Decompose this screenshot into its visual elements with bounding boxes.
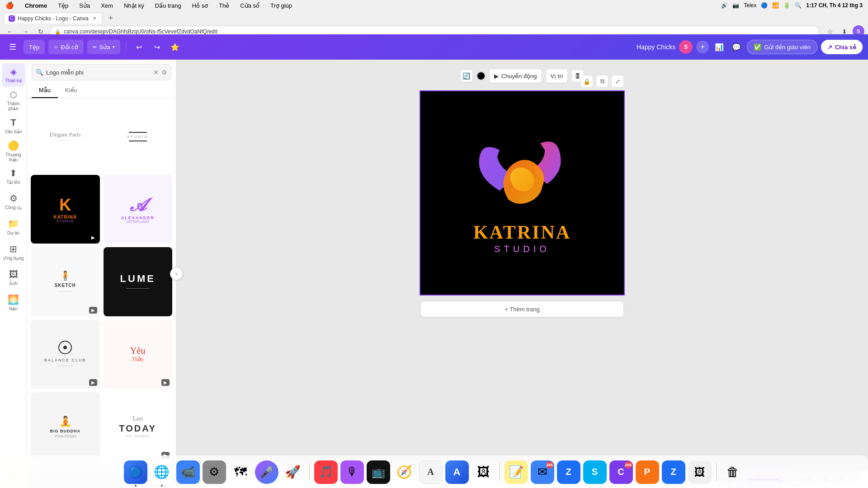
undo-button[interactable]: ↩ [132,40,146,54]
user-avatar[interactable]: S [679,40,693,54]
template-item-sketch[interactable]: 🧍 SKETCH ────── ▶ [31,247,100,316]
file-label: Tệp [29,44,39,51]
sidebar-item-nen[interactable]: 🌅 Nền [2,291,25,314]
menubar-right-icons: 🔊 📷 Telex 🔵 📶 🔋 🔍 1:17 CH, Th 4 12 thg 3 [721,2,863,9]
dock-finder[interactable]: 🔵 [124,460,147,484]
dock-preview[interactable]: 🖼 [688,460,712,484]
file-menu[interactable]: Tệp [56,2,70,9]
edit-button[interactable]: ✏ Sửa ▾ [87,40,121,54]
tab-menu[interactable]: Thẻ [217,2,231,9]
template-item-balance[interactable]: BALANCE CLUB ────── ▶ [31,320,100,389]
template-preview: 𝒜 ALEXANDER LETTER LOGO [121,195,155,223]
copy-canvas-button[interactable]: ⧉ [596,75,609,88]
search-filter-button[interactable]: ⚙ [161,69,167,76]
dock-maps[interactable]: 🗺 [229,460,252,484]
search-clear-button[interactable]: ✕ [153,69,159,76]
star-button[interactable]: ⭐ [168,40,182,54]
share-icon: ↗ [827,44,832,51]
dock-canva[interactable]: C 206 [609,460,633,484]
circle-logo [58,341,72,354]
send-teacher-button[interactable]: ✅ Gửi đến giáo viên [747,40,817,54]
search-box[interactable]: 🔍 ✕ ⚙ [32,64,171,80]
view-menu[interactable]: Xem [99,2,115,9]
help-menu[interactable]: Trợ giúp [269,2,294,9]
template-item-alexander[interactable]: 𝒜 ALEXANDER LETTER LOGO [104,175,173,244]
dock-music[interactable]: 🎵 [314,460,338,484]
dock-notes[interactable]: 📝 [505,460,528,484]
dock-appletv[interactable]: 📺 [367,460,390,484]
dock-trash[interactable]: 🗑 [721,460,745,484]
dock-pocketchip[interactable]: P [636,460,659,484]
refresh-button[interactable]: 🔄 [460,70,473,82]
dock-skype[interactable]: S [583,460,607,484]
color-picker[interactable] [476,71,486,80]
dock-settings[interactable]: ⚙ [203,460,226,484]
analytics-button[interactable]: 📊 [712,40,726,54]
canvas-frame[interactable]: KATRINA STUDIO [420,91,624,295]
resize-button[interactable]: ⊹ Đổi cỡ [48,40,83,54]
tab-kieu[interactable]: Kiểu [58,83,85,98]
browser-chrome: C Happy Chicks - Logo - Canva ✕ + ← → ↻ … [0,11,868,34]
position-button[interactable]: Vị trí [546,69,568,83]
template-item-lume[interactable]: LUME ───────── [104,247,173,316]
bookmarks-menu[interactable]: Dấu trang [153,2,183,9]
template-item[interactable]: STUDIO [104,102,173,171]
sidebar-item-van-ban[interactable]: T Văn bản [2,114,25,137]
expand-canvas-button[interactable]: ⤢ [611,75,624,88]
dock-photos[interactable]: 🖼 [472,460,495,484]
dock-podcasts[interactable]: 🎙 [340,460,364,484]
katrina-title: KATRINA [473,221,571,243]
sidebar-item-du-an[interactable]: 📁 Dự án [2,215,25,239]
add-collaborator-button[interactable]: + [696,41,709,53]
dock-chrome[interactable]: 🌐 [150,460,174,484]
edit-menu[interactable]: Sửa [77,2,92,9]
chat-button[interactable]: 💬 [730,40,743,54]
file-button[interactable]: Tệp [24,40,45,54]
dock-zalo1[interactable]: Z [557,460,580,484]
tab-mau[interactable]: Mẫu [32,83,58,98]
template-item-love[interactable]: Yêu Thầy ▶ [104,320,173,389]
search-input[interactable] [46,69,151,76]
chrome-menu[interactable]: Chrome [23,2,49,9]
motion-button[interactable]: ▶ Chuyển động [489,69,542,83]
dock-fontbook[interactable]: A [419,460,443,484]
apple-menu[interactable]: 🍎 [5,1,14,9]
collapse-panel-button[interactable]: ‹ [170,267,183,280]
sidebar-item-tai-len[interactable]: ⬆ Tải lên [2,164,25,188]
dock-siri[interactable]: 🎤 [255,460,278,484]
template-item-katrina[interactable]: K KATRINA STUDIO ▶ [31,175,100,244]
search-menu-icon[interactable]: 🔍 [795,2,802,9]
template-item-today[interactable]: Leo TODAY CO. STUDIO ▶ [104,392,173,461]
sidebar-item-thanh-phan[interactable]: ⬡ Thành phần [2,89,25,112]
hamburger-menu[interactable]: ☰ [5,40,20,54]
dock-facetime[interactable]: 📹 [176,460,200,484]
appletv-icon: 📺 [372,466,385,479]
profiles-menu[interactable]: Hồ sơ [190,2,210,9]
add-page-button[interactable]: + Thêm trang [420,301,624,317]
sidebar-item-ung-dung[interactable]: ⊞ Ứng dụng [2,240,25,264]
maps-icon: 🗺 [234,465,247,479]
history-menu[interactable]: Nhật ký [122,2,146,9]
active-tab[interactable]: C Happy Chicks - Logo - Canva ✕ [4,13,103,23]
sidebar-item-thiet-ke[interactable]: ◈ Thiết kế [2,63,25,87]
lock-canvas-button[interactable]: 🔒 [580,75,593,88]
dock-safari[interactable]: 🧭 [393,460,416,484]
window-menu[interactable]: Cửa sổ [238,2,261,9]
mail-badge: 385 [546,461,553,469]
tab-close-button[interactable]: ✕ [91,15,98,22]
new-tab-button[interactable]: + [105,13,116,23]
dock-appstore[interactable]: A [445,460,469,484]
share-button[interactable]: ↗ Chia sẻ [821,40,863,54]
template-item[interactable]: Elegant Paris ───── [31,102,100,171]
motion-label: Chuyển động [501,73,537,80]
sidebar-item-cong-cu[interactable]: ⚙ Công cụ [2,190,25,213]
battery-icon: 🔋 [783,2,790,9]
play-icon: ▶ [494,73,499,80]
dock-launchpad[interactable]: 🚀 [281,460,305,484]
template-item-buddha[interactable]: 🧘 BIG BUDDHA YOGA STUDIO [31,392,100,461]
dock-zalo2[interactable]: Z [662,460,685,484]
sidebar-item-thuong-hieu[interactable]: 🟡 Thương hiệu [2,139,25,163]
sidebar-item-anh[interactable]: 🖼 Ảnh [2,266,25,289]
dock-mail[interactable]: ✉ 385 [531,460,554,484]
redo-button[interactable]: ↪ [150,40,164,54]
